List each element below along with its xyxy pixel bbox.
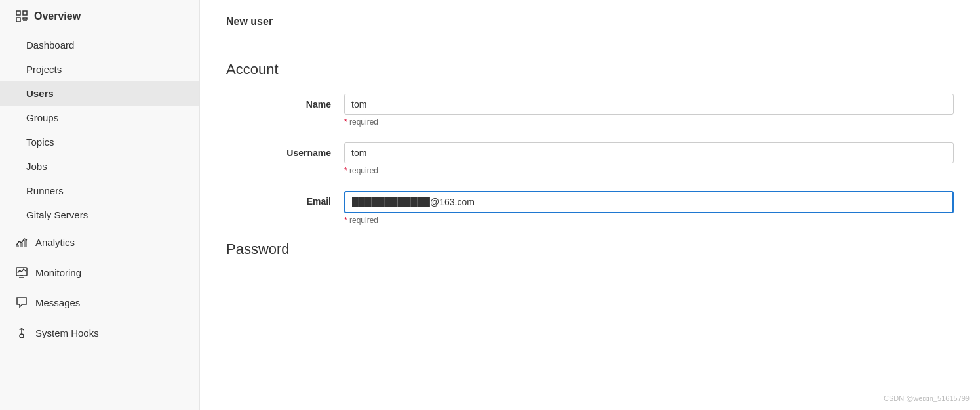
sidebar-item-messages[interactable]: Messages	[0, 287, 199, 318]
name-field-container: * required	[344, 94, 954, 127]
username-form-group: Username * required	[226, 142, 954, 175]
runners-label: Runners	[26, 185, 64, 196]
email-field-container: * required	[344, 191, 954, 225]
system-hooks-icon	[16, 327, 28, 338]
overview-icon	[16, 10, 28, 22]
page-title: New user	[226, 16, 954, 28]
username-label: Username	[226, 142, 344, 158]
svg-rect-5	[16, 245, 19, 247]
svg-rect-6	[20, 243, 23, 247]
users-label: Users	[26, 88, 54, 99]
sidebar-item-dashboard[interactable]: Dashboard	[0, 33, 199, 57]
username-hint-text: required	[349, 166, 378, 175]
sidebar-item-groups[interactable]: Groups	[0, 106, 199, 130]
analytics-icon	[16, 236, 28, 248]
system-hooks-label: System Hooks	[35, 327, 99, 338]
sidebar-item-gitaly-servers[interactable]: Gitaly Servers	[0, 203, 199, 227]
jobs-label: Jobs	[26, 161, 47, 172]
username-field-container: * required	[344, 142, 954, 175]
sidebar-item-topics[interactable]: Topics	[0, 130, 199, 154]
email-required-star: *	[344, 216, 347, 225]
analytics-label: Analytics	[35, 237, 75, 248]
password-section-heading: Password	[226, 241, 954, 258]
sidebar-item-analytics[interactable]: Analytics	[0, 227, 199, 257]
overview-label: Overview	[34, 10, 81, 22]
svg-rect-1	[23, 11, 27, 15]
topics-label: Topics	[26, 136, 54, 148]
username-required-star: *	[344, 166, 347, 175]
sidebar-item-users[interactable]: Users	[0, 81, 199, 106]
account-section-heading: Account	[226, 61, 954, 78]
main-content: New user Account Name * required Usernam…	[200, 0, 980, 410]
sidebar-item-monitoring[interactable]: Monitoring	[0, 257, 199, 287]
projects-label: Projects	[26, 64, 62, 75]
groups-label: Groups	[26, 112, 58, 123]
sidebar-item-jobs[interactable]: Jobs	[0, 154, 199, 178]
username-hint: * required	[344, 166, 954, 175]
name-hint: * required	[344, 117, 954, 127]
gitaly-servers-label: Gitaly Servers	[26, 209, 88, 220]
sidebar-item-projects[interactable]: Projects	[0, 57, 199, 81]
name-input[interactable]	[344, 94, 954, 115]
email-form-group: Email * required	[226, 191, 954, 225]
svg-rect-3	[23, 18, 27, 19]
svg-rect-2	[16, 18, 20, 22]
watermark: CSDN @weixin_51615799	[884, 394, 970, 402]
section-divider	[226, 41, 954, 41]
sidebar-item-runners[interactable]: Runners	[0, 178, 199, 203]
sidebar: Overview Dashboard Projects Users Groups…	[0, 0, 200, 410]
sidebar-overview-header[interactable]: Overview	[0, 0, 199, 33]
monitoring-label: Monitoring	[35, 267, 81, 278]
name-hint-text: required	[349, 117, 378, 127]
email-hint: * required	[344, 216, 954, 225]
email-hint-text: required	[349, 216, 378, 225]
username-input[interactable]	[344, 142, 954, 163]
messages-label: Messages	[35, 297, 80, 308]
svg-rect-7	[24, 240, 27, 247]
name-required-star: *	[344, 117, 347, 127]
monitoring-icon	[16, 266, 28, 278]
email-input[interactable]	[344, 191, 954, 213]
email-label: Email	[226, 191, 344, 207]
name-label: Name	[226, 94, 344, 110]
messages-icon	[16, 297, 28, 308]
name-form-group: Name * required	[226, 94, 954, 127]
dashboard-label: Dashboard	[26, 39, 74, 51]
sidebar-item-system-hooks[interactable]: System Hooks	[0, 318, 199, 348]
svg-point-11	[20, 334, 24, 338]
svg-rect-0	[16, 11, 20, 15]
